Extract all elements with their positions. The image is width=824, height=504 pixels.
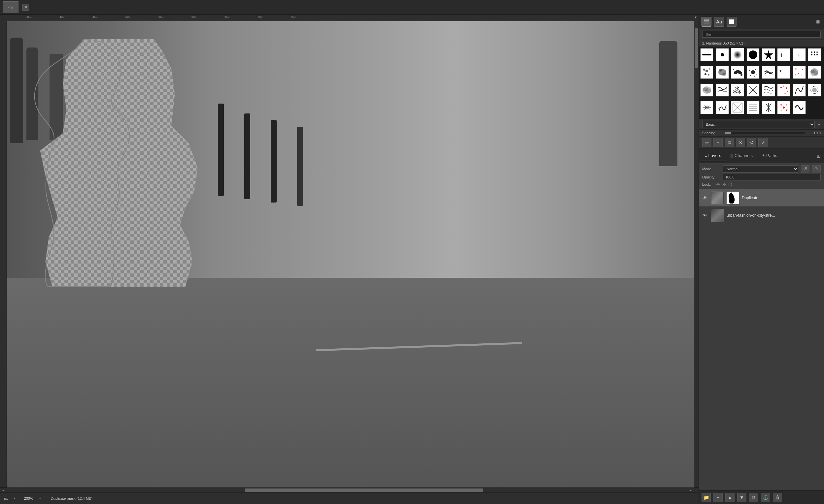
layer-buttons: 📁 + ▲ ▼ ⧉ ⚓ 🗑	[699, 491, 824, 504]
duplicate-brush-btn[interactable]: ⧉	[725, 138, 734, 147]
undo-btn[interactable]: ↺	[801, 165, 810, 172]
svg-text:⁂: ⁂	[733, 86, 741, 95]
delete-brush-btn[interactable]: ✕	[736, 138, 745, 147]
duplicate-layer-btn[interactable]: ⧉	[749, 493, 758, 502]
canvas-area: 350 400 450 500 550 600 650 700 750 | ▼	[0, 14, 699, 504]
brush-cell-ink1[interactable]	[762, 66, 775, 79]
panel-options-btn[interactable]: ⊞	[815, 152, 823, 160]
export-brush-btn[interactable]: ↗	[758, 138, 767, 147]
scrollbar-v-thumb[interactable]	[695, 28, 698, 68]
layer-item-original[interactable]: 👁 urban-fashion-on-city-stre...	[699, 207, 824, 224]
tab-layers[interactable]: ≡ Layers	[700, 150, 726, 161]
brush-cell-scatter1[interactable]	[700, 66, 713, 79]
move-down-btn[interactable]: ▼	[737, 493, 746, 502]
svg-point-4	[721, 53, 724, 56]
status-bar: px ▼ 200% ▼ Duplicate mask (12,4 MB)	[0, 492, 699, 504]
brush-category-select[interactable]: Basic,	[702, 121, 815, 128]
brush-cell-grunge3[interactable]	[716, 84, 729, 97]
brush-cell-cross[interactable]: +	[777, 48, 790, 61]
svg-point-10	[811, 51, 812, 53]
brush-cell-grunge8[interactable]	[793, 84, 806, 97]
spacing-slider[interactable]	[725, 132, 805, 134]
brush-cell-dot-sm[interactable]	[716, 48, 729, 61]
svg-point-43	[813, 69, 816, 72]
layer-item-duplicate[interactable]: 👁 Duplicate	[699, 189, 824, 207]
lock-paint-icon[interactable]: ✏	[716, 182, 720, 187]
svg-point-49	[784, 86, 785, 87]
svg-point-51	[780, 92, 781, 92]
reset-brush-btn[interactable]: ↺	[747, 138, 756, 147]
inner-canvas[interactable]	[7, 21, 694, 488]
scrollbar-h-track[interactable]	[7, 488, 687, 492]
tool-font-btn[interactable]: Aa	[714, 17, 724, 27]
delete-layer-btn[interactable]: 🗑	[773, 493, 782, 502]
svg-point-33	[754, 76, 755, 77]
brush-cell-ink2[interactable]: *	[777, 66, 790, 79]
scroll-left-icon: ◀	[2, 489, 4, 492]
tab-paths[interactable]: ✦ Paths	[757, 150, 782, 161]
brush-cell-sketch6[interactable]	[762, 101, 775, 114]
brush-cell-sketch7[interactable]	[777, 101, 790, 114]
brush-cell-grunge7[interactable]	[777, 84, 790, 97]
brush-cell-leaves[interactable]	[731, 66, 744, 79]
brush-cell-circle-soft[interactable]	[731, 48, 744, 61]
brush-cell-sketch5[interactable]	[746, 101, 760, 114]
unit-dropdown-arrow[interactable]: ▼	[13, 497, 16, 500]
new-layer-btn[interactable]: +	[713, 493, 723, 502]
lock-move-icon[interactable]: ✛	[722, 182, 726, 187]
svg-point-39	[795, 75, 796, 76]
scroll-right-btn[interactable]: ▶	[687, 488, 694, 492]
brush-cell-grunge1[interactable]	[808, 66, 821, 79]
tool-color-btn[interactable]	[727, 17, 736, 27]
brush-cell-line[interactable]	[700, 48, 713, 61]
svg-point-55	[812, 88, 817, 92]
ruler-end-marker: ▼	[694, 15, 697, 19]
brush-cell-sketch8[interactable]	[793, 101, 806, 114]
brush-cell-circle-hard[interactable]	[746, 48, 760, 61]
close-button[interactable]: ✕	[22, 4, 29, 11]
brush-cell-grunge2[interactable]	[700, 84, 713, 97]
svg-point-15	[816, 54, 818, 55]
svg-point-60	[783, 107, 785, 109]
brush-cell-grunge4[interactable]: ⁂	[731, 84, 744, 97]
new-layer-group-btn[interactable]: 📁	[702, 493, 711, 502]
edit-brush-btn[interactable]: ✏	[702, 138, 711, 147]
vertical-scrollbar[interactable]	[694, 21, 699, 488]
brush-cell-scatter2[interactable]	[716, 66, 729, 79]
brush-cell-scatter3[interactable]	[793, 66, 806, 79]
tool-layer-btn[interactable]	[702, 17, 711, 27]
layer-visibility-duplicate[interactable]: 👁	[702, 195, 708, 201]
mode-select[interactable]: Normal	[723, 165, 798, 172]
brush-cell-sketch3[interactable]	[716, 101, 729, 114]
app-thumbnail: img	[3, 1, 18, 13]
brush-cell-splatter[interactable]	[746, 66, 760, 79]
brush-cell-dots[interactable]	[808, 48, 821, 61]
layer-thumbnail-duplicate	[711, 191, 724, 205]
move-up-btn[interactable]: ▲	[725, 493, 734, 502]
svg-point-32	[756, 74, 757, 75]
layer-visibility-original[interactable]: 👁	[702, 212, 708, 219]
lock-icons: ✏ ✛ ⬡	[716, 182, 732, 187]
opacity-input[interactable]	[723, 174, 821, 180]
tab-channels[interactable]: ||| Channels	[726, 150, 757, 161]
scroll-left-btn[interactable]: ◀	[0, 488, 7, 492]
brush-cell-star[interactable]	[762, 48, 775, 61]
brush-cell-grunge6[interactable]	[762, 84, 775, 97]
brush-cell-sketch2[interactable]	[700, 101, 713, 114]
tab-paths-label: Paths	[766, 153, 777, 158]
brush-cell-grunge5[interactable]	[746, 84, 760, 97]
anchor-layer-btn[interactable]: ⚓	[761, 493, 770, 502]
brush-cell-sketch4[interactable]	[731, 101, 744, 114]
lock-all-icon[interactable]: ⬡	[728, 182, 732, 187]
zoom-value: 200%	[24, 496, 33, 500]
svg-text:+: +	[797, 52, 800, 58]
silhouette-svg	[31, 39, 206, 287]
scrollbar-h-thumb[interactable]	[245, 489, 483, 492]
new-brush-btn[interactable]: +	[713, 138, 723, 147]
zoom-dropdown-arrow[interactable]: ▼	[39, 497, 41, 500]
panel-collapse-btn[interactable]: ⊠	[815, 18, 821, 25]
filter-input[interactable]	[702, 31, 821, 38]
brush-cell-sketch1[interactable]	[808, 84, 821, 97]
redo-btn[interactable]: ↷	[812, 165, 821, 172]
brush-cell-plus-sm[interactable]: +	[793, 48, 806, 61]
